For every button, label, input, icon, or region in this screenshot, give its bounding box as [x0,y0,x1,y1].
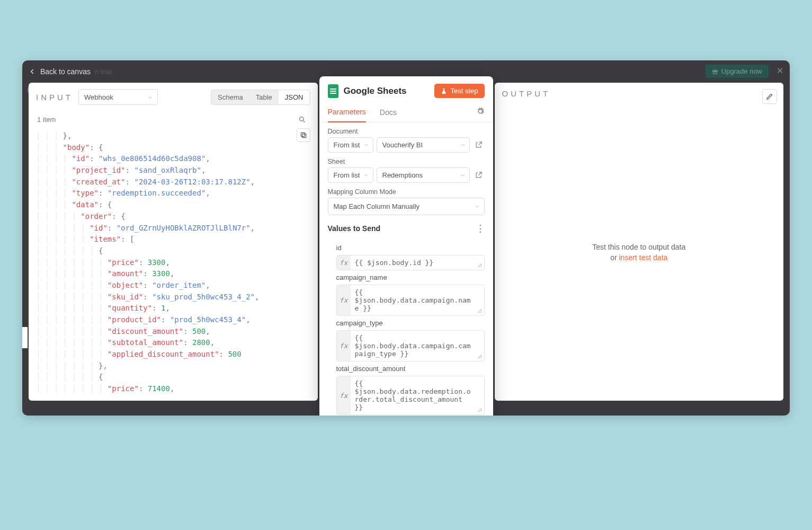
gear-icon [476,107,485,116]
config-settings-button[interactable] [476,107,485,119]
json-line: │ │ │ │ "data": { [36,199,310,211]
sheet-open-external[interactable] [473,167,485,183]
expression-value: {{ $json.body.data.redemption.order.tota… [351,376,484,414]
mapping-field: Mapping Column Mode Map Each Column Manu… [328,188,485,215]
output-empty-line2: or insert test data [610,253,667,262]
search-icon [298,116,306,123]
value-field-label: campaign_name [336,273,485,281]
value-field: total_discount_amountfx{{ $json.body.dat… [328,365,485,415]
json-line: │ │ │ │ │ │ │ │ "subtotal_amount": 2800, [36,337,310,349]
sheet-mode-select[interactable]: From list [328,167,373,183]
value-field-label: total_discount_amount [336,365,485,373]
fx-icon: fx [337,255,351,270]
json-line: │ │ │ │ │ │ │ { [36,372,310,383]
output-empty-state: Test this node to output data or insert … [495,103,784,401]
view-table[interactable]: Table [249,90,279,104]
values-menu-button[interactable]: ⋮ [476,223,485,234]
json-viewer[interactable]: │ │ │ },│ │ │ "body": {│ │ │ │ "id": "wh… [29,130,318,401]
input-source-value: Webhook [84,93,113,101]
back-to-canvas-button[interactable]: Back to canvas [29,67,91,76]
mapping-label: Mapping Column Mode [328,188,485,196]
external-link-icon [475,171,483,179]
test-step-button[interactable]: Test step [434,84,484,98]
item-count: 1 item [37,116,56,123]
value-field: campaign_typefx{{ $json.body.data.campai… [328,319,485,361]
sheet-field: Sheet From list Redemptions [328,158,485,183]
document-open-external[interactable] [473,137,485,153]
json-line: │ │ │ │ │ │ │ }, [36,360,310,372]
expression-input[interactable]: fx{{ $json.body.data.redemption.order.to… [336,376,485,415]
chevron-down-icon [363,142,369,148]
expression-value: {{ $json.body.data.campaign.name }} [351,285,484,315]
expression-value: {{ $json.body.data.campaign.campaign_typ… [351,331,484,361]
config-tabs: Parameters Docs [319,103,493,122]
json-line: │ │ │ │ │ │ │ │ "price": 71400, [36,383,310,395]
expression-input[interactable]: fx{{ $json.body.data.campaign.name }}◿ [336,285,485,316]
tab-docs[interactable]: Docs [380,104,397,122]
document-value: Voucherify BI [382,141,423,149]
value-field-label: campaign_type [336,319,485,327]
svg-point-2 [300,117,304,121]
view-json[interactable]: JSON [279,90,310,104]
json-line: │ │ │ │ │ │ │ │ "object": "order_item", [36,280,310,292]
json-line: │ │ │ │ "type": "redemption.succeeded", [36,188,310,199]
svg-rect-4 [301,132,305,136]
json-line: │ │ │ │ │ │ │ { [36,245,310,257]
node-config-panel: Google Sheets Test step Parameters Docs … [319,76,493,416]
output-empty-prefix: or [610,253,619,262]
document-value-select[interactable]: Voucherify BI [377,137,470,153]
json-line: │ │ │ │ │ │ │ │ "amount": 3300, [36,268,310,280]
expression-value: {{ $json.body.id }} [351,255,484,270]
upgrade-button[interactable]: Upgrade now [706,65,769,78]
pencil-icon [766,93,773,100]
copy-button[interactable] [297,128,310,142]
gift-icon [712,68,718,75]
value-fields: idfx{{ $json.body.id }}◿campaign_namefx{… [328,241,485,415]
config-title: Google Sheets [344,86,407,96]
json-line: │ │ │ │ │ │ │ │ "quantity": 1, [36,303,310,314]
input-subheader: 1 item [29,110,318,130]
chevron-down-icon [147,94,153,101]
copy-icon [300,131,307,139]
fx-icon: fx [337,285,351,315]
json-line: │ │ │ │ │ │ │ │ "price": 3300, [36,257,310,269]
sheet-label: Sheet [328,158,485,165]
search-button[interactable] [296,112,309,126]
test-step-label: Test step [450,87,478,95]
external-link-icon [475,141,483,149]
json-line: │ │ │ │ │ │ "items": [ [36,234,310,245]
fx-icon: fx [337,331,351,361]
input-panel: INPUT Webhook Schema Table JSON 1 item [29,83,318,401]
json-line: │ │ │ }, [36,130,310,142]
config-header: Google Sheets Test step [319,76,493,103]
resize-handle-icon: ◿ [478,352,481,359]
resize-handle-icon: ◿ [478,406,481,413]
view-schema[interactable]: Schema [211,90,249,104]
upgrade-label: Upgrade now [721,67,762,75]
tab-parameters[interactable]: Parameters [328,103,366,122]
json-line: │ │ │ │ "created_at": "2024-03-26T12:03:… [36,176,310,188]
mapping-select[interactable]: Map Each Column Manually [328,198,485,215]
expression-input[interactable]: fx{{ $json.body.id }}◿ [336,255,485,270]
chevron-down-icon [363,172,369,178]
document-field: Document From list Voucherify BI [328,128,485,153]
sheet-value-select[interactable]: Redemptions [377,167,470,183]
json-line: │ │ │ │ │ │ "id": "ord_GZrnUyHOBklAZROTJ… [36,223,310,234]
close-button[interactable]: ✕ [777,66,783,76]
fx-icon: fx [337,376,351,414]
output-title: OUTPUT [502,89,551,98]
output-empty-line1: Test this node to output data [592,243,685,251]
resize-handle-icon: ◿ [478,261,481,268]
input-source-select[interactable]: Webhook [78,89,158,105]
output-edit-button[interactable] [762,89,777,104]
value-field: idfx{{ $json.body.id }}◿ [328,244,485,270]
document-mode-select[interactable]: From list [328,137,373,153]
json-line: │ │ │ │ │ │ │ │ "discount_amount": 500, [36,326,310,338]
value-field-label: id [336,244,485,252]
chevron-down-icon [460,172,466,178]
sheet-value: Redemptions [382,171,423,179]
trial-ghost-text: n trial [95,68,112,76]
document-label: Document [328,128,485,135]
insert-test-data-link[interactable]: insert test data [619,253,668,262]
expression-input[interactable]: fx{{ $json.body.data.campaign.campaign_t… [336,330,485,361]
